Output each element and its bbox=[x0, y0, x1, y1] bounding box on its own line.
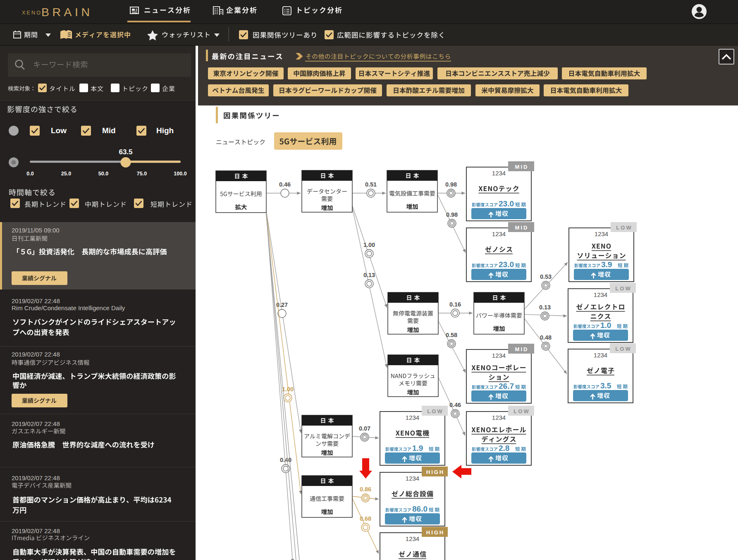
svg-text:0.16: 0.16 bbox=[449, 301, 461, 308]
svg-text:LOW: LOW bbox=[616, 225, 632, 231]
svg-text:MID: MID bbox=[515, 164, 529, 170]
svg-text:BRAIN: BRAIN bbox=[41, 5, 93, 19]
svg-text:0.98: 0.98 bbox=[445, 181, 457, 188]
svg-text:1234: 1234 bbox=[594, 352, 607, 359]
svg-text:0.46: 0.46 bbox=[279, 181, 291, 188]
svg-text:High: High bbox=[156, 126, 174, 135]
svg-text:75.0: 75.0 bbox=[137, 171, 147, 177]
svg-text:1234: 1234 bbox=[492, 352, 506, 359]
svg-text:Low: Low bbox=[51, 126, 67, 135]
svg-text:1234: 1234 bbox=[406, 535, 419, 542]
svg-text:23.0: 23.0 bbox=[499, 199, 514, 208]
svg-text:2019/02/07 22:48: 2019/02/07 22:48 bbox=[12, 351, 60, 358]
svg-text:2019/02/07 22:48: 2019/02/07 22:48 bbox=[12, 474, 60, 481]
svg-text:1234: 1234 bbox=[595, 230, 608, 237]
svg-text:1.00: 1.00 bbox=[282, 386, 294, 392]
svg-text:0.13: 0.13 bbox=[363, 272, 375, 278]
svg-text:23.0: 23.0 bbox=[499, 260, 514, 269]
svg-text:Rim Crude/Condensate Intellige: Rim Crude/Condensate Intelligence Daily bbox=[12, 304, 125, 311]
svg-text:1234: 1234 bbox=[492, 170, 506, 177]
svg-text:LOW: LOW bbox=[615, 346, 631, 352]
svg-text:1.0: 1.0 bbox=[600, 321, 611, 330]
svg-text:0.0: 0.0 bbox=[26, 171, 33, 177]
svg-text:2019/02/07 22:48: 2019/02/07 22:48 bbox=[12, 420, 60, 427]
svg-text:0.58: 0.58 bbox=[446, 332, 457, 338]
svg-text:0.48: 0.48 bbox=[540, 334, 552, 341]
svg-text:0.51: 0.51 bbox=[365, 181, 377, 188]
svg-text:LOW: LOW bbox=[513, 408, 530, 414]
svg-text:2019/11/05 09:00: 2019/11/05 09:00 bbox=[12, 227, 60, 234]
svg-text:XENO: XENO bbox=[22, 10, 42, 16]
svg-text:86.0: 86.0 bbox=[412, 505, 428, 513]
svg-text:HIGH: HIGH bbox=[426, 469, 445, 475]
svg-text:0.68: 0.68 bbox=[360, 515, 371, 522]
svg-text:Mid: Mid bbox=[102, 126, 116, 135]
svg-text:MID: MID bbox=[515, 346, 529, 352]
svg-text:25.0: 25.0 bbox=[61, 171, 71, 177]
svg-text:0.13: 0.13 bbox=[539, 304, 551, 311]
svg-text:1234: 1234 bbox=[492, 230, 506, 237]
svg-text:1234: 1234 bbox=[406, 475, 419, 482]
svg-text:2019/02/07 22:48: 2019/02/07 22:48 bbox=[12, 527, 60, 534]
svg-text:HIGH: HIGH bbox=[426, 529, 445, 536]
svg-text:1234: 1234 bbox=[594, 291, 607, 298]
svg-text:MID: MID bbox=[515, 225, 529, 231]
svg-text:0.07: 0.07 bbox=[359, 425, 370, 432]
svg-text:0.46: 0.46 bbox=[449, 402, 461, 408]
svg-text:100.0: 100.0 bbox=[174, 171, 186, 177]
svg-text:1.00: 1.00 bbox=[363, 242, 375, 248]
svg-text:1234: 1234 bbox=[406, 414, 419, 421]
svg-text:LOW: LOW bbox=[427, 408, 443, 414]
svg-text:1.9: 1.9 bbox=[412, 444, 423, 452]
svg-text:3.5: 3.5 bbox=[600, 381, 611, 390]
svg-text:26.7: 26.7 bbox=[499, 382, 514, 390]
svg-text:63.5: 63.5 bbox=[119, 148, 132, 156]
svg-text:3.9: 3.9 bbox=[601, 260, 612, 269]
svg-text:1234: 1234 bbox=[492, 414, 506, 421]
svg-text:0.98: 0.98 bbox=[446, 211, 458, 218]
svg-text:LOW: LOW bbox=[615, 285, 631, 292]
svg-text:2019/02/07 22:48: 2019/02/07 22:48 bbox=[12, 297, 60, 304]
svg-text:0.86: 0.86 bbox=[360, 486, 371, 493]
svg-text:0.53: 0.53 bbox=[540, 273, 552, 280]
svg-text:2.8: 2.8 bbox=[499, 444, 509, 452]
svg-text:50.0: 50.0 bbox=[98, 171, 108, 177]
